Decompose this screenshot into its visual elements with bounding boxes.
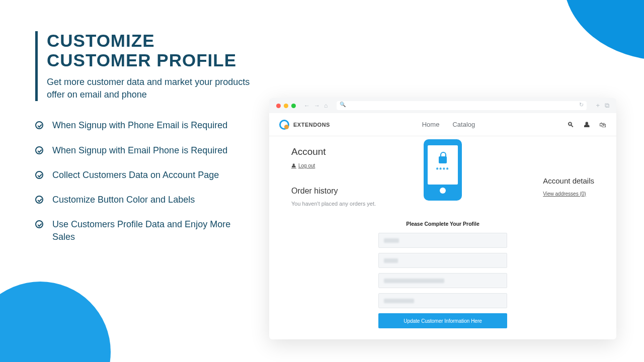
copy-icon[interactable]: ⧉ bbox=[605, 102, 609, 110]
bullet-text: Use Customers Profile Data and Enjoy Mor… bbox=[52, 218, 252, 243]
check-icon bbox=[35, 220, 43, 228]
hero-heading-group: CUSTOMIZE CUSTOMER PROFILE Get more cust… bbox=[35, 31, 252, 101]
hero-subtitle: Get more customer data and market your p… bbox=[47, 76, 252, 101]
profile-form-title: Please Complete Your Profile bbox=[378, 221, 507, 227]
home-icon[interactable]: ⌂ bbox=[324, 102, 328, 109]
store-header-icons: 🔍︎ 👤︎ 🛍︎ bbox=[567, 121, 606, 129]
search-icon[interactable]: 🔍︎ bbox=[567, 121, 574, 129]
maximize-dot-icon[interactable] bbox=[291, 104, 296, 108]
browser-chrome: ← → ⌂ + ⧉ bbox=[269, 98, 616, 113]
hero-left-column: CUSTOMIZE CUSTOMER PROFILE Get more cust… bbox=[35, 31, 252, 244]
nav-home[interactable]: Home bbox=[422, 121, 440, 128]
view-addresses-link[interactable]: View addresses (0) bbox=[543, 191, 586, 197]
profile-input-4[interactable] bbox=[378, 293, 507, 308]
logout-link[interactable]: 👤︎Log out bbox=[291, 163, 315, 168]
bullet-text: Customize Button Color and Labels bbox=[52, 194, 195, 206]
decorative-blob-bottom-left bbox=[0, 282, 111, 362]
feature-bullet: Collect Customers Data on Account Page bbox=[35, 169, 252, 182]
store-nav: Home Catalog bbox=[422, 121, 475, 128]
logo-text: EXTENDONS bbox=[293, 122, 330, 128]
decorative-blob-top-right bbox=[564, 0, 644, 60]
logo-mark-icon bbox=[279, 120, 289, 130]
minimize-dot-icon[interactable] bbox=[284, 104, 288, 108]
url-bar[interactable] bbox=[337, 101, 587, 110]
order-history-empty: You haven't placed any orders yet. bbox=[291, 201, 594, 207]
browser-nav-arrows: ← → ⌂ bbox=[304, 102, 328, 109]
update-profile-button[interactable]: Update Customer Information Here bbox=[378, 313, 507, 328]
cart-icon[interactable]: 🛍︎ bbox=[599, 121, 606, 129]
browser-mockup: ← → ⌂ + ⧉ EXTENDONS Home Catalog 🔍︎ 👤︎ 🛍… bbox=[269, 98, 616, 339]
account-page: Account 👤︎Log out Order history You have… bbox=[269, 136, 616, 339]
window-controls bbox=[276, 104, 296, 108]
account-details-panel: Account details View addresses (0) bbox=[543, 176, 594, 198]
back-arrow-icon[interactable]: ← bbox=[304, 102, 310, 109]
check-icon bbox=[35, 171, 43, 179]
feature-bullet: When Signup with Phone Email is Required bbox=[35, 119, 252, 132]
close-dot-icon[interactable] bbox=[276, 104, 281, 108]
store-header: EXTENDONS Home Catalog 🔍︎ 👤︎ 🛍︎ bbox=[269, 113, 616, 136]
hero-title: CUSTOMIZE CUSTOMER PROFILE bbox=[47, 31, 252, 70]
phone-home-button-icon bbox=[440, 188, 446, 194]
new-tab-icon[interactable]: + bbox=[596, 102, 600, 110]
forward-arrow-icon[interactable]: → bbox=[314, 102, 320, 109]
password-stars: **** bbox=[436, 166, 450, 173]
account-icon[interactable]: 👤︎ bbox=[583, 121, 590, 129]
profile-form: Please Complete Your Profile Update Cust… bbox=[378, 221, 507, 328]
profile-input-1[interactable] bbox=[378, 233, 507, 248]
browser-right-controls: + ⧉ bbox=[596, 102, 609, 110]
lock-icon bbox=[439, 156, 447, 163]
account-details-title: Account details bbox=[543, 176, 594, 185]
phone-screen: **** bbox=[428, 145, 458, 185]
check-icon bbox=[35, 146, 43, 154]
feature-bullet: When Signup with Email Phone is Required bbox=[35, 144, 252, 157]
feature-bullet-list: When Signup with Phone Email is Required… bbox=[35, 119, 252, 243]
feature-bullet: Customize Button Color and Labels bbox=[35, 194, 252, 206]
check-icon bbox=[35, 196, 43, 204]
nav-catalog[interactable]: Catalog bbox=[452, 121, 475, 128]
profile-input-3[interactable] bbox=[378, 273, 507, 288]
profile-input-2[interactable] bbox=[378, 253, 507, 268]
phone-illustration-icon: **** bbox=[424, 139, 462, 201]
check-icon bbox=[35, 121, 43, 129]
store-logo[interactable]: EXTENDONS bbox=[279, 120, 330, 130]
bullet-text: Collect Customers Data on Account Page bbox=[52, 169, 219, 182]
logout-label: Log out bbox=[298, 163, 315, 168]
user-icon: 👤︎ bbox=[291, 163, 296, 168]
bullet-text: When Signup with Phone Email is Required bbox=[52, 119, 227, 132]
bullet-text: When Signup with Email Phone is Required bbox=[52, 144, 227, 157]
feature-bullet: Use Customers Profile Data and Enjoy Mor… bbox=[35, 218, 252, 243]
